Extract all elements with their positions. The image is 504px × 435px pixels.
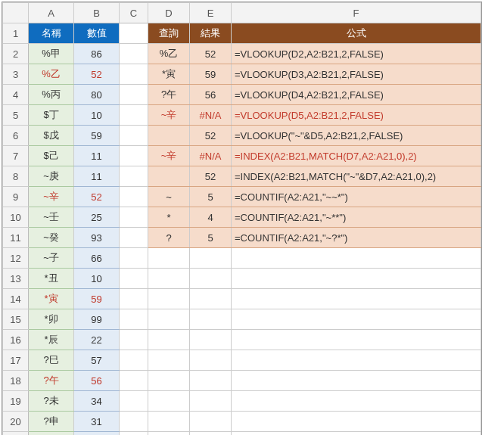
cell[interactable] — [120, 85, 148, 105]
row-header[interactable]: 21 — [3, 432, 29, 436]
cell[interactable] — [120, 207, 148, 228]
cell[interactable] — [232, 289, 481, 309]
left-header-value[interactable]: 數值 — [74, 23, 120, 44]
name-cell[interactable]: *卯 — [29, 309, 74, 330]
result-cell[interactable]: 59 — [190, 64, 232, 85]
result-cell[interactable]: 52 — [190, 126, 232, 146]
value-cell[interactable]: 21 — [74, 432, 120, 436]
name-cell[interactable]: ~子 — [29, 248, 74, 269]
result-cell[interactable]: 52 — [190, 44, 232, 64]
cell[interactable] — [190, 269, 232, 289]
formula-cell[interactable]: =COUNTIF(A2:A21,"~**") — [232, 207, 481, 228]
name-cell[interactable]: *丑 — [29, 269, 74, 289]
name-cell[interactable]: *寅 — [29, 289, 74, 309]
cell[interactable] — [148, 432, 190, 436]
value-cell[interactable]: 80 — [74, 85, 120, 105]
query-cell[interactable] — [148, 126, 190, 146]
row-header[interactable]: 19 — [3, 391, 29, 412]
cell[interactable] — [232, 269, 481, 289]
name-cell[interactable]: *辰 — [29, 330, 74, 350]
cell[interactable] — [148, 269, 190, 289]
col-header-E[interactable]: E — [190, 3, 232, 23]
query-cell[interactable] — [148, 166, 190, 187]
value-cell[interactable]: 59 — [74, 126, 120, 146]
value-cell[interactable]: 10 — [74, 105, 120, 126]
result-cell[interactable]: 5 — [190, 228, 232, 248]
col-header-B[interactable]: B — [74, 3, 120, 23]
value-cell[interactable]: 52 — [74, 64, 120, 85]
formula-cell[interactable]: =COUNTIF(A2:A21,"~~*") — [232, 187, 481, 207]
cell[interactable] — [120, 64, 148, 85]
query-cell[interactable]: %乙 — [148, 44, 190, 64]
row-header[interactable]: 5 — [3, 105, 29, 126]
row-header[interactable]: 15 — [3, 309, 29, 330]
query-cell[interactable]: ?午 — [148, 85, 190, 105]
value-cell[interactable]: 11 — [74, 166, 120, 187]
right-header-formula[interactable]: 公式 — [232, 23, 481, 44]
cell[interactable] — [120, 412, 148, 432]
row-header[interactable]: 14 — [3, 289, 29, 309]
value-cell[interactable]: 22 — [74, 330, 120, 350]
result-cell[interactable]: #N/A — [190, 105, 232, 126]
cell[interactable] — [120, 248, 148, 269]
cell[interactable] — [120, 23, 148, 44]
row-header[interactable]: 10 — [3, 207, 29, 228]
row-header[interactable]: 11 — [3, 228, 29, 248]
result-cell[interactable]: #N/A — [190, 146, 232, 166]
cell[interactable] — [120, 350, 148, 371]
cell[interactable] — [148, 289, 190, 309]
query-cell[interactable]: * — [148, 207, 190, 228]
cell[interactable] — [190, 412, 232, 432]
col-header-D[interactable]: D — [148, 3, 190, 23]
name-cell[interactable]: $丁 — [29, 105, 74, 126]
row-header[interactable]: 4 — [3, 85, 29, 105]
value-cell[interactable]: 66 — [74, 248, 120, 269]
value-cell[interactable]: 11 — [74, 146, 120, 166]
col-header-A[interactable]: A — [29, 3, 74, 23]
row-header[interactable]: 13 — [3, 269, 29, 289]
row-header[interactable]: 6 — [3, 126, 29, 146]
name-cell[interactable]: ~庚 — [29, 166, 74, 187]
value-cell[interactable]: 25 — [74, 207, 120, 228]
cell[interactable] — [232, 330, 481, 350]
col-header-F[interactable]: F — [232, 3, 481, 23]
cell[interactable] — [120, 166, 148, 187]
cell[interactable] — [148, 371, 190, 391]
value-cell[interactable]: 57 — [74, 350, 120, 371]
cell[interactable] — [120, 187, 148, 207]
name-cell[interactable]: $己 — [29, 146, 74, 166]
name-cell[interactable]: %丙 — [29, 85, 74, 105]
grid[interactable]: A B C D E F 1 名稱 數值 查詢 結果 公式 2%甲86%乙52=V… — [2, 2, 481, 435]
name-cell[interactable]: %乙 — [29, 64, 74, 85]
cell[interactable] — [232, 248, 481, 269]
name-cell[interactable]: %甲 — [29, 44, 74, 64]
value-cell[interactable]: 59 — [74, 289, 120, 309]
cell[interactable] — [148, 350, 190, 371]
corner-cell[interactable] — [3, 3, 29, 23]
name-cell[interactable]: ~癸 — [29, 228, 74, 248]
row-header[interactable]: 2 — [3, 44, 29, 64]
cell[interactable] — [190, 371, 232, 391]
formula-cell[interactable]: =VLOOKUP(D4,A2:B21,2,FALSE) — [232, 85, 481, 105]
name-cell[interactable]: ~辛 — [29, 187, 74, 207]
cell[interactable] — [232, 432, 481, 436]
cell[interactable] — [148, 248, 190, 269]
cell[interactable] — [232, 412, 481, 432]
right-header-result[interactable]: 結果 — [190, 23, 232, 44]
cell[interactable] — [232, 391, 481, 412]
cell[interactable] — [120, 228, 148, 248]
row-header[interactable]: 8 — [3, 166, 29, 187]
formula-cell[interactable]: =VLOOKUP("~"&D5,A2:B21,2,FALSE) — [232, 126, 481, 146]
value-cell[interactable]: 52 — [74, 187, 120, 207]
cell[interactable] — [120, 371, 148, 391]
cell[interactable] — [190, 391, 232, 412]
cell[interactable] — [190, 350, 232, 371]
cell[interactable] — [190, 309, 232, 330]
cell[interactable] — [232, 309, 481, 330]
cell[interactable] — [148, 391, 190, 412]
name-cell[interactable]: ?未 — [29, 391, 74, 412]
cell[interactable] — [120, 289, 148, 309]
right-header-query[interactable]: 查詢 — [148, 23, 190, 44]
cell[interactable] — [148, 309, 190, 330]
formula-cell[interactable]: =INDEX(A2:B21,MATCH("~"&D7,A2:A21,0),2) — [232, 166, 481, 187]
